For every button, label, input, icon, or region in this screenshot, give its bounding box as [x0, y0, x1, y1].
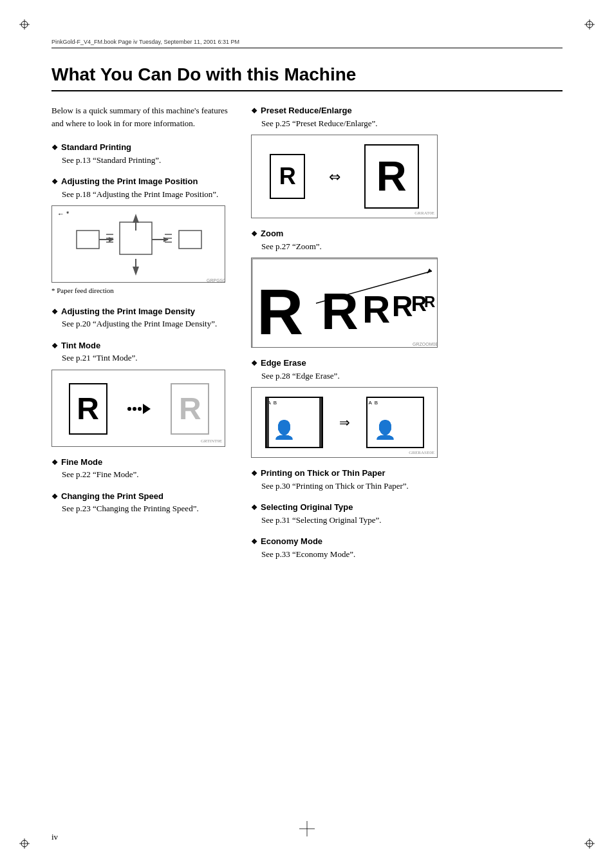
edge-erase-title: Edge Erase: [261, 357, 306, 370]
paper-feed-caption: * Paper feed direction: [51, 285, 232, 296]
edge-erase-after: AB 👤: [366, 397, 424, 448]
svg-marker-16: [133, 267, 139, 276]
preset-r-small: R: [270, 154, 305, 199]
tint-arrow: [127, 404, 151, 414]
feature-economy-mode: ❖ Economy Mode See p.33 “Economy Mode”.: [251, 535, 563, 560]
svg-text:← *: ← *: [57, 210, 70, 218]
corner-mark-bl: [19, 829, 39, 849]
preset-diagram-label: GRRAT0E: [414, 210, 434, 217]
feature-image-position: ❖ Adjusting the Print Image Position See…: [51, 175, 232, 296]
edge-erase-desc: See p.28 “Edge Erase”.: [261, 370, 563, 382]
diamond-icon: ❖: [51, 457, 58, 468]
standard-printing-desc: See p.13 “Standard Printing”.: [62, 154, 232, 167]
svg-marker-14: [133, 214, 139, 223]
feature-thick-thin: ❖ Printing on Thick or Thin Paper See p.…: [251, 467, 563, 492]
fine-mode-desc: See p.22 “Fine Mode”.: [62, 468, 232, 481]
preset-arrow: ⇔: [329, 166, 340, 187]
diamond-icon: ❖: [251, 502, 257, 513]
svg-marker-21: [109, 237, 114, 242]
tint-diagram: R R GRTINT9E: [51, 370, 225, 447]
fine-mode-title: Fine Mode: [61, 456, 102, 469]
metadata-text: PinkGold-F_V4_FM.book Page iv Tuesday, S…: [51, 39, 239, 45]
zoom-title: Zoom: [261, 227, 283, 240]
svg-text:R: R: [392, 290, 413, 323]
feature-preset-reduce: ❖ Preset Reduce/Enlarge See p.25 “Preset…: [251, 104, 563, 218]
tint-r-dark: R: [69, 383, 107, 435]
print-speed-title: Changing the Print Speed: [61, 490, 163, 503]
edge-diagram-label: GRERASE0E: [409, 449, 434, 457]
standard-printing-title: Standard Printing: [61, 141, 131, 154]
page-title: What You Can Do with this Machine: [51, 64, 563, 91]
zoom-desc: See p.27 “Zoom”.: [261, 240, 563, 253]
feature-zoom: ❖ Zoom See p.27 “Zoom”. R R R: [251, 227, 563, 348]
image-position-diagram: ← *: [51, 205, 225, 283]
thick-thin-title: Printing on Thick or Thin Paper: [261, 467, 386, 480]
diamond-icon: ❖: [251, 229, 257, 240]
diamond-icon: ❖: [251, 536, 257, 547]
bottom-center-mark: [299, 821, 315, 839]
corner-mark-tl: [19, 19, 39, 39]
edge-erase-arrow: ⇒: [339, 413, 350, 432]
left-column: Below is a quick summary of this machine…: [51, 104, 232, 524]
corner-mark-br: [575, 829, 595, 849]
page-number: iv: [51, 832, 58, 842]
feature-fine-mode: ❖ Fine Mode See p.22 “Fine Mode”.: [51, 456, 232, 481]
image-position-title: Adjusting the Print Image Position: [61, 175, 198, 188]
edge-erase-diagram: AB 👤 ⇒: [251, 387, 438, 458]
main-content: What You Can Do with this Machine Below …: [51, 64, 563, 816]
two-col-layout: Below is a quick summary of this machine…: [51, 104, 563, 569]
feature-standard-printing: ❖ Standard Printing See p.13 “Standard P…: [51, 141, 232, 166]
metadata-bar: PinkGold-F_V4_FM.book Page iv Tuesday, S…: [51, 39, 563, 48]
corner-mark-tr: [575, 19, 595, 39]
preset-diagram: R ⇔ R GRRAT0E: [251, 135, 438, 218]
tint-r-light: R: [171, 383, 209, 435]
diamond-icon: ❖: [51, 307, 58, 317]
feature-edge-erase: ❖ Edge Erase See p.28 “Edge Erase”. AB: [251, 357, 563, 458]
diamond-icon: ❖: [51, 341, 58, 352]
diamond-icon: ❖: [51, 142, 58, 153]
feature-image-density: ❖ Adjusting the Print Image Density See …: [51, 305, 232, 330]
tint-mode-title: Tint Mode: [61, 339, 100, 352]
feature-print-speed: ❖ Changing the Print Speed See p.23 “Cha…: [51, 490, 232, 515]
image-position-desc: See p.18 “Adjusting the Print Image Posi…: [62, 188, 232, 201]
svg-text:GRZOOM0E: GRZOOM0E: [413, 342, 438, 346]
thick-thin-desc: See p.30 “Printing on Thick or Thin Pape…: [261, 480, 563, 493]
page: PinkGold-F_V4_FM.book Page iv Tuesday, S…: [0, 0, 614, 868]
svg-text:R: R: [321, 283, 358, 340]
diamond-icon: ❖: [251, 358, 257, 369]
print-speed-desc: See p.23 “Changing the Printing Speed”.: [62, 502, 232, 515]
tint-diagram-label: GRTINT9E: [201, 438, 222, 445]
svg-text:R: R: [257, 276, 303, 348]
svg-marker-23: [163, 237, 169, 242]
diamond-icon: ❖: [51, 491, 58, 502]
svg-rect-18: [77, 231, 99, 249]
diamond-icon: ❖: [251, 468, 257, 479]
edge-erase-before: AB 👤: [265, 397, 323, 448]
preset-r-large: R: [364, 144, 419, 209]
diamond-icon: ❖: [251, 106, 257, 117]
svg-text:R: R: [362, 288, 390, 331]
svg-text:GRPGS0E: GRPGS0E: [207, 278, 225, 283]
original-type-desc: See p.31 “Selecting Original Type”.: [261, 514, 563, 527]
image-density-desc: See p.20 “Adjusting the Print Image Dens…: [62, 317, 232, 330]
feature-original-type: ❖ Selecting Original Type See p.31 “Sele…: [251, 501, 563, 526]
tint-mode-desc: See p.21 “Tint Mode”.: [62, 352, 232, 364]
zoom-diagram: R R R R R R GRZOOM0E: [251, 258, 438, 348]
preset-reduce-desc: See p.25 “Preset Reduce/Enlarge”.: [261, 117, 563, 130]
economy-mode-desc: See p.33 “Economy Mode”.: [261, 548, 563, 561]
diamond-icon: ❖: [51, 176, 58, 187]
intro-text: Below is a quick summary of this machine…: [51, 104, 232, 129]
svg-rect-19: [179, 231, 201, 249]
feature-tint-mode: ❖ Tint Mode See p.21 “Tint Mode”. R: [51, 339, 232, 447]
svg-text:R: R: [424, 293, 435, 310]
right-column: ❖ Preset Reduce/Enlarge See p.25 “Preset…: [251, 104, 563, 569]
original-type-title: Selecting Original Type: [261, 501, 353, 514]
preset-reduce-title: Preset Reduce/Enlarge: [261, 104, 352, 117]
image-density-title: Adjusting the Print Image Density: [61, 305, 195, 318]
economy-mode-title: Economy Mode: [261, 535, 322, 548]
